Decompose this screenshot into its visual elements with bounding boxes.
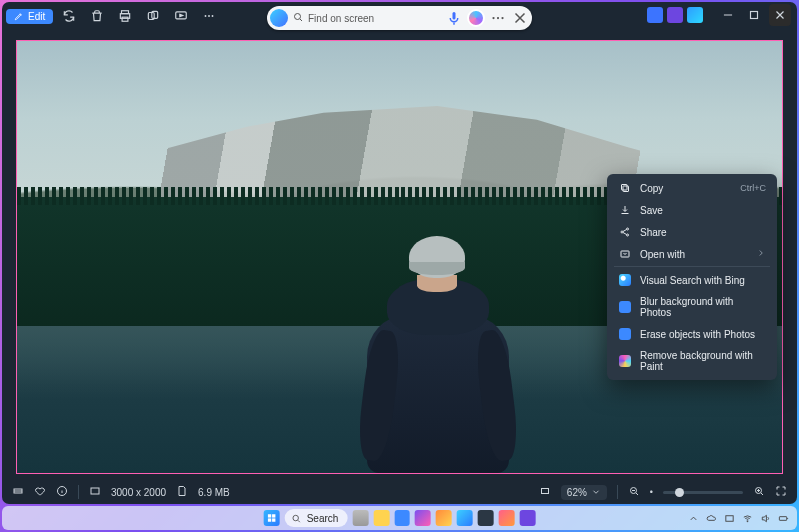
window-controls — [647, 4, 791, 26]
svg-rect-16 — [622, 185, 628, 191]
menu-copy-label: Copy — [640, 183, 732, 194]
zoom-in-icon — [753, 485, 765, 497]
taskbar-app-photos[interactable] — [394, 510, 409, 526]
svg-rect-27 — [268, 514, 271, 517]
microphone-button[interactable] — [445, 9, 463, 27]
taskbar-app-taskview[interactable] — [352, 510, 368, 526]
microphone-icon — [445, 9, 463, 27]
share-icon — [618, 226, 632, 238]
print-icon — [118, 9, 132, 23]
info-button[interactable] — [56, 485, 68, 499]
svg-rect-11 — [453, 12, 456, 20]
more-icon — [489, 9, 507, 27]
download-icon — [618, 204, 632, 216]
dimensions-icon — [89, 485, 101, 499]
zoom-in-button[interactable] — [753, 485, 765, 499]
battery-icon[interactable] — [778, 513, 789, 524]
palette-icon — [146, 9, 160, 23]
slideshow-button[interactable] — [169, 5, 193, 27]
copy-icon — [618, 182, 632, 194]
svg-rect-15 — [623, 186, 629, 192]
trash-icon — [90, 9, 104, 23]
zoom-badge[interactable]: 62% — [561, 485, 607, 500]
taskbar-app-explorer[interactable] — [373, 510, 389, 526]
filmstrip-button[interactable] — [12, 485, 24, 499]
paint-chip-icon — [618, 355, 632, 367]
more-button[interactable] — [197, 5, 221, 27]
search-icon — [292, 11, 304, 25]
svg-rect-30 — [272, 518, 275, 521]
photos-window: Edit Find on screen — [2, 2, 797, 504]
pencil-icon — [14, 11, 24, 21]
edit-button[interactable]: Edit — [6, 9, 53, 24]
zoom-slider[interactable] — [663, 491, 743, 494]
bing-icon — [270, 9, 288, 27]
print-button[interactable] — [113, 5, 137, 27]
photos-chip-icon — [618, 328, 632, 340]
chevron-up-icon[interactable] — [688, 513, 699, 524]
start-button[interactable] — [264, 510, 280, 526]
fit-button[interactable] — [539, 485, 551, 499]
svg-point-17 — [621, 231, 623, 233]
taskbar-center: Search — [264, 509, 536, 527]
taskbar-app-feedback[interactable] — [498, 510, 514, 526]
maximize-button[interactable] — [743, 4, 765, 26]
taskbar-app-edge[interactable] — [456, 510, 472, 526]
wifi-icon[interactable] — [742, 513, 753, 524]
title-icon-sticky-notes[interactable] — [647, 7, 663, 23]
menu-remove-background[interactable]: Remove background with Paint — [610, 345, 774, 377]
svg-rect-24 — [541, 489, 548, 494]
svg-point-10 — [295, 14, 301, 20]
edit-label: Edit — [28, 11, 45, 22]
chevron-down-icon — [591, 487, 601, 497]
menu-separator — [614, 266, 770, 267]
fullscreen-button[interactable] — [775, 485, 787, 499]
svg-point-14 — [501, 17, 503, 19]
copilot-button[interactable] — [467, 9, 485, 27]
taskbar-search[interactable]: Search — [285, 509, 348, 527]
fit-icon — [539, 485, 551, 497]
paint-button[interactable] — [141, 5, 165, 27]
favorite-button[interactable] — [34, 485, 46, 499]
volume-icon[interactable] — [760, 513, 771, 524]
taskbar-app-teams[interactable] — [519, 510, 535, 526]
delete-button[interactable] — [85, 5, 109, 27]
photos-chip-icon — [618, 301, 632, 313]
search-icon — [291, 513, 302, 524]
menu-remove-label: Remove background with Paint — [640, 350, 766, 372]
taskbar-app-copilot[interactable] — [414, 510, 430, 526]
search-more-button[interactable] — [489, 9, 507, 27]
bing-search-bar[interactable]: Find on screen — [267, 6, 532, 30]
menu-save[interactable]: Save — [610, 199, 774, 221]
chevron-right-icon — [756, 248, 766, 260]
menu-share[interactable]: Share — [610, 221, 774, 243]
svg-rect-23 — [91, 488, 99, 494]
title-icon-onedrive[interactable] — [687, 7, 703, 23]
taskbar-app-store[interactable] — [435, 510, 451, 526]
menu-blur-background[interactable]: Blur background with Photos — [610, 291, 774, 323]
zoom-out-button[interactable] — [628, 485, 640, 499]
onedrive-icon[interactable] — [706, 513, 717, 524]
svg-point-31 — [293, 515, 299, 521]
svg-rect-32 — [726, 515, 733, 521]
language-icon[interactable] — [724, 513, 735, 524]
menu-open-with-label: Open with — [640, 249, 748, 260]
bing-chip-icon — [618, 274, 632, 286]
search-placeholder: Find on screen — [308, 13, 441, 24]
heart-icon — [34, 485, 46, 497]
menu-visual-search[interactable]: Visual Search with Bing — [610, 269, 774, 291]
taskbar-app-terminal[interactable] — [477, 510, 493, 526]
menu-open-with[interactable]: Open with — [610, 243, 774, 265]
rotate-button[interactable] — [57, 5, 81, 27]
status-bar: 3000 x 2000 6.9 MB 62% • — [2, 480, 797, 504]
windows-icon — [267, 513, 277, 523]
menu-erase-objects[interactable]: Erase objects with Photos — [610, 323, 774, 345]
close-button[interactable] — [769, 4, 791, 26]
menu-copy[interactable]: Copy Ctrl+C — [610, 177, 774, 199]
svg-point-18 — [627, 228, 629, 230]
taskbar-right — [688, 513, 789, 524]
minimize-button[interactable] — [717, 4, 739, 26]
search-close-button[interactable] — [511, 9, 529, 27]
title-icon-clipchamp[interactable] — [667, 7, 683, 23]
fullscreen-icon — [775, 485, 787, 497]
